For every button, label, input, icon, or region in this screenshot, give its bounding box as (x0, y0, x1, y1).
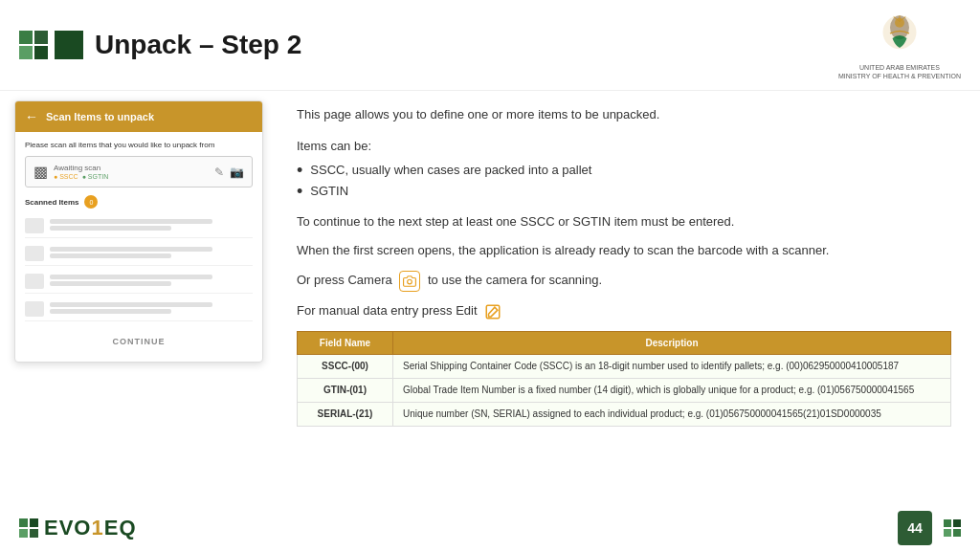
bullet-item-sgtin: • SGTIN (297, 182, 951, 203)
logo-sq1 (19, 31, 33, 44)
scan-line (50, 309, 171, 314)
item1-text: SSCC, usually when cases are packed into… (310, 161, 591, 181)
logo-sq4 (34, 46, 48, 59)
table-row: SERIAL-(21)Unique number (SN, SERIAL) as… (298, 402, 951, 426)
phone-mockup: ← Scan Items to unpack Please scan all i… (0, 91, 278, 551)
table-row: SSCC-(00)Serial Shipping Container Code … (298, 354, 951, 378)
item-lines (50, 275, 253, 288)
uae-name: UNITED ARAB EMIRATES (838, 63, 961, 72)
table-cell-description: Unique number (SN, SERIAL) assigned to e… (393, 402, 951, 426)
uae-ministry: MINISTRY OF HEALTH & PREVENTION (838, 72, 961, 80)
scan-line (50, 281, 171, 286)
table-row: GTIN-(01)Global Trade Item Number is a f… (298, 378, 951, 402)
barcode-icon: ▩ (33, 163, 48, 181)
scan-line (50, 302, 212, 307)
main-content: ← Scan Items to unpack Please scan all i… (0, 91, 980, 551)
table-col2-header: Description (393, 331, 951, 354)
items-list: Items can be: • SSCC, usually when cases… (297, 135, 951, 203)
scan-label: Awaiting scan (54, 164, 108, 172)
table-cell-description: Global Trade Item Number is a fixed numb… (393, 378, 951, 402)
para1: This page allows you to define one or mo… (297, 105, 951, 125)
right-content: This page allows you to define one or mo… (278, 91, 980, 551)
corner-dots (944, 519, 961, 537)
camera-inline-icon (399, 271, 420, 292)
evoteq-dot-tl (19, 518, 28, 527)
para2: To continue to the next step at least on… (297, 212, 951, 232)
item-thumb (25, 246, 44, 261)
table-cell-field: SSCC-(00) (298, 354, 393, 378)
scan-line (50, 226, 171, 231)
scan-box: ▩ Awaiting scan ● SSCC ● SGTIN ✎ 📷 (25, 156, 253, 187)
scan-line (50, 247, 212, 252)
scanned-items-label: Scanned Items (25, 198, 78, 207)
uae-emblem-icon (876, 10, 924, 57)
para5: For manual data entry press Edit (297, 301, 951, 321)
item-lines (50, 302, 253, 316)
scan-line (50, 219, 212, 224)
scanned-items-header: Scanned Items 0 (25, 195, 253, 209)
field-table: Field Name Description SSCC-(00)Serial S… (297, 331, 951, 427)
table-col1-header: Field Name (298, 331, 393, 354)
item-thumb (25, 218, 44, 233)
scanned-list (25, 214, 253, 321)
scan-description: Please scan all items that you would lik… (25, 140, 253, 150)
item-lines (50, 219, 253, 232)
list-item (25, 214, 253, 238)
scan-box-left: ▩ Awaiting scan ● SSCC ● SGTIN (33, 163, 108, 181)
scan-box-icons: ✎ 📷 (214, 165, 244, 179)
back-arrow-icon[interactable]: ← (25, 109, 38, 124)
cdot4 (953, 529, 961, 537)
scanned-count: 0 (84, 195, 98, 209)
logo-rect (55, 31, 83, 59)
evoteq-dot-bl (19, 529, 28, 538)
logo-sq3 (19, 46, 33, 59)
scan-tags: ● SSCC ● SGTIN (54, 173, 108, 180)
uae-logo: UNITED ARAB EMIRATES MINISTRY OF HEALTH … (838, 10, 961, 80)
para3: When the first screen opens, the applica… (297, 241, 951, 261)
evoteq-logo: EVO1EQ (19, 516, 137, 540)
cdot3 (944, 529, 951, 537)
item2-text: SGTIN (310, 182, 348, 202)
bullet-item-sscc: • SSCC, usually when cases are packed in… (297, 161, 951, 182)
items-header: Items can be: (297, 135, 951, 157)
para4: Or press Camera to use the camera for sc… (297, 271, 951, 292)
item-thumb (25, 274, 44, 289)
topbar-title: Scan Items to unpack (46, 111, 154, 122)
svg-point-6 (408, 279, 412, 284)
logo-sq2 (34, 31, 48, 44)
evoteq-dot-tr (30, 518, 38, 527)
table-cell-field: SERIAL-(21) (298, 402, 393, 426)
edit-inline-icon (484, 303, 501, 320)
page-title: Unpack – Step 2 (95, 30, 301, 60)
continue-button[interactable]: CONTINUE (25, 329, 253, 354)
list-item (25, 270, 253, 294)
logo-icon (19, 31, 83, 59)
bullet-dot-1: • (297, 161, 302, 182)
footer: EVO1EQ 44 (0, 505, 980, 551)
scan-line (50, 253, 171, 258)
evoteq-dot-br (30, 529, 38, 538)
tag-sgtin-bullet: ● SGTIN (82, 173, 109, 180)
camera-svg-icon (403, 275, 416, 288)
edit-icon[interactable]: ✎ (214, 165, 224, 179)
tag-sscc-bullet: ● SSCC (54, 173, 78, 180)
table-cell-field: GTIN-(01) (298, 378, 393, 402)
cdot2 (953, 519, 961, 527)
evoteq-brand-text: EVO1EQ (44, 516, 137, 540)
list-item (25, 298, 253, 321)
item-thumb (25, 301, 44, 317)
scan-line (50, 275, 212, 279)
page-number: 44 (898, 511, 932, 545)
item-lines (50, 247, 253, 260)
camera-icon[interactable]: 📷 (230, 165, 244, 179)
para4-prefix: Or press Camera (297, 274, 392, 288)
para4-suffix: to use the camera for scanning. (428, 274, 602, 288)
list-item (25, 242, 253, 266)
edit-svg-icon (484, 303, 501, 320)
phone-screen: ← Scan Items to unpack Please scan all i… (14, 100, 263, 363)
table-cell-description: Serial Shipping Container Code (SSCC) is… (393, 354, 951, 378)
phone-topbar: ← Scan Items to unpack (15, 101, 262, 132)
header: Unpack – Step 2 UNITED ARAB EMIRATES MIN… (0, 0, 980, 91)
cdot1 (944, 519, 951, 527)
phone-body: Please scan all items that you would lik… (15, 132, 262, 362)
